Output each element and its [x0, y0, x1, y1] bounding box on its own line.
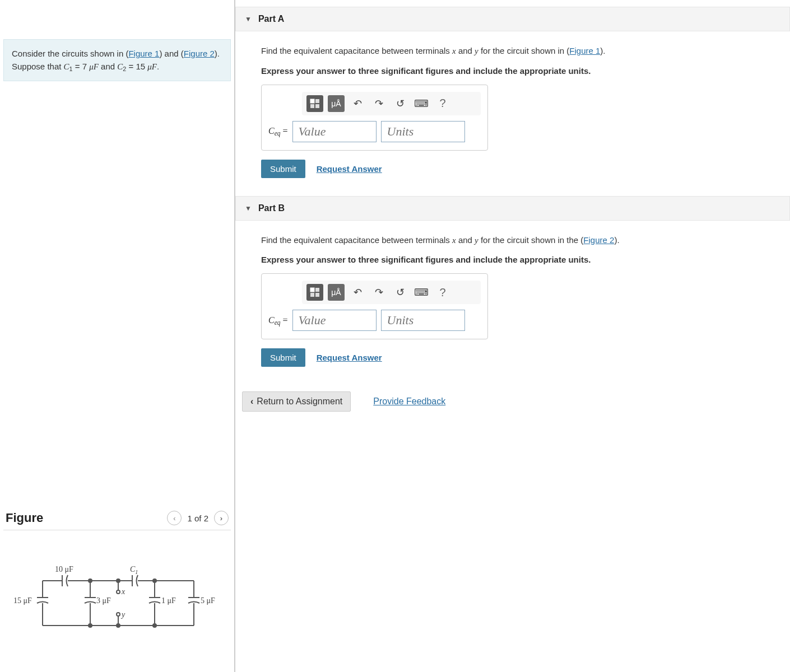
figure-2-link[interactable]: Figure 2: [184, 49, 215, 58]
part-a-prompt: Find the equivalent capacitance between …: [261, 45, 773, 58]
help-label: ?: [439, 286, 445, 299]
c1-val: = 7: [73, 62, 90, 71]
svg-rect-17: [9, 564, 222, 642]
reset-button[interactable]: ↺: [392, 284, 408, 301]
figure-title: Figure: [6, 511, 43, 525]
cap-10uf-label: 10 μF: [55, 565, 73, 573]
help-label: ?: [439, 97, 445, 110]
muF-2: μF: [147, 62, 157, 71]
help-button[interactable]: ?: [434, 95, 451, 112]
figure-next-button[interactable]: ›: [214, 511, 229, 525]
keyboard-button[interactable]: ⌨: [413, 284, 430, 301]
figure-prev-button[interactable]: ‹: [167, 511, 182, 525]
pa-y: y: [475, 46, 478, 55]
provide-feedback-link[interactable]: Provide Feedback: [373, 396, 445, 407]
part-a-units-input[interactable]: [381, 121, 465, 142]
pb-and: and: [456, 235, 475, 245]
cap-c1-sub: 1: [135, 569, 138, 575]
svg-rect-55: [315, 288, 319, 292]
keyboard-button[interactable]: ⌨: [413, 95, 430, 112]
part-b-actions: Submit Request Answer: [261, 348, 773, 367]
fraction-icon: [309, 287, 320, 297]
terminal-x-label: x: [121, 587, 126, 596]
redo-icon: ↷: [375, 97, 383, 110]
part-b-request-answer-link[interactable]: Request Answer: [317, 353, 382, 362]
left-panel: Consider the circuits shown in (Figure 1…: [0, 0, 235, 672]
chevron-left-icon: ‹: [250, 396, 253, 407]
cap-5uf-label: 5 μF: [201, 596, 215, 605]
terminal-y-label: y: [120, 610, 126, 619]
problem-text-3: ).: [215, 49, 220, 58]
part-a-request-answer-link[interactable]: Request Answer: [317, 164, 382, 174]
units-mu-button[interactable]: μÅ: [328, 95, 345, 112]
reset-icon: ↺: [396, 286, 405, 298]
reset-button[interactable]: ↺: [392, 95, 408, 112]
template-button[interactable]: [306, 95, 323, 112]
part-b-title: Part B: [258, 203, 285, 213]
part-b-instruction: Express your answer to three significant…: [261, 255, 773, 264]
figure-1-link[interactable]: Figure 1: [128, 49, 159, 58]
part-b-answer-box: μÅ ↶ ↷ ↺ ⌨ ? Ceq =: [261, 273, 488, 339]
redo-icon: ↷: [375, 286, 383, 298]
part-a-input-row: Ceq =: [268, 121, 481, 142]
chevron-down-icon: ▼: [245, 15, 252, 23]
c1-symbol: C: [64, 62, 69, 71]
undo-icon: ↶: [354, 97, 362, 110]
pb-text-2: for the circuit shown in the (: [478, 235, 584, 245]
cap-15uf-label: 15 μF: [13, 596, 32, 605]
part-a-title: Part A: [258, 14, 285, 24]
part-a-submit-button[interactable]: Submit: [261, 160, 305, 178]
circuit-svg: 10 μF C1 15 μF 3 μF 1 μF 5 μF x y: [9, 564, 222, 642]
return-to-assignment-button[interactable]: ‹ Return to Assignment: [242, 391, 351, 412]
keyboard-icon: ⌨: [414, 286, 429, 298]
c2-symbol: C: [117, 62, 123, 71]
part-a-body: Find the equivalent capacitance between …: [235, 31, 790, 189]
part-b-header[interactable]: ▼ Part B: [235, 196, 790, 221]
pb-figure-link[interactable]: Figure 2: [583, 235, 614, 245]
part-b-value-input[interactable]: [292, 310, 377, 331]
redo-button[interactable]: ↷: [370, 284, 387, 301]
chevron-right-icon: ›: [220, 514, 222, 522]
pb-text-1: Find the equivalent capacitance between …: [261, 235, 452, 245]
pa-figure-link[interactable]: Figure 1: [569, 46, 600, 55]
part-a-value-input[interactable]: [292, 121, 377, 142]
figure-header: Figure ‹ 1 of 2 ›: [3, 505, 231, 530]
undo-button[interactable]: ↶: [349, 284, 366, 301]
template-button[interactable]: [306, 284, 323, 301]
figure-nav: ‹ 1 of 2 ›: [167, 511, 229, 525]
units-mu-button[interactable]: μÅ: [328, 284, 345, 301]
pa-text-1: Find the equivalent capacitance between …: [261, 46, 452, 55]
mu-a-label: μÅ: [331, 99, 341, 108]
keyboard-icon: ⌨: [414, 97, 429, 110]
suppose-text: Suppose that: [12, 62, 64, 71]
undo-button[interactable]: ↶: [349, 95, 366, 112]
pb-text-3: ).: [614, 235, 619, 245]
circuit-figure: 10 μF C1 15 μF 3 μF 1 μF 5 μF x y: [3, 530, 231, 666]
ceq-label-b: Ceq =: [268, 315, 288, 326]
part-a-header[interactable]: ▼ Part A: [235, 7, 790, 31]
part-a-actions: Submit Request Answer: [261, 160, 773, 178]
return-label: Return to Assignment: [257, 396, 342, 407]
redo-button[interactable]: ↷: [370, 95, 387, 112]
part-b-submit-button[interactable]: Submit: [261, 348, 305, 367]
right-panel: ▼ Part A Find the equivalent capacitance…: [235, 0, 790, 672]
pb-x: x: [452, 236, 456, 245]
pb-y: y: [475, 236, 478, 245]
svg-point-43: [117, 590, 120, 594]
svg-rect-56: [310, 293, 314, 297]
part-b-prompt: Find the equivalent capacitance between …: [261, 234, 773, 247]
muF-1: μF: [89, 62, 99, 71]
part-b-units-input[interactable]: [381, 310, 465, 331]
c2-val: = 15: [126, 62, 147, 71]
chevron-down-icon: ▼: [245, 204, 252, 212]
help-button[interactable]: ?: [434, 284, 451, 301]
cap-3uf-label: 3 μF: [96, 596, 111, 605]
footer-row: ‹ Return to Assignment Provide Feedback: [235, 378, 790, 412]
pa-x: x: [452, 46, 456, 55]
figure-counter: 1 of 2: [187, 514, 208, 523]
pa-text-2: for the circuit shown in (: [478, 46, 570, 55]
part-b-toolbar: μÅ ↶ ↷ ↺ ⌨ ?: [302, 281, 481, 304]
svg-rect-52: [310, 104, 314, 108]
mu-a-label: μÅ: [331, 288, 341, 297]
cap-1uf-label: 1 μF: [161, 596, 176, 605]
